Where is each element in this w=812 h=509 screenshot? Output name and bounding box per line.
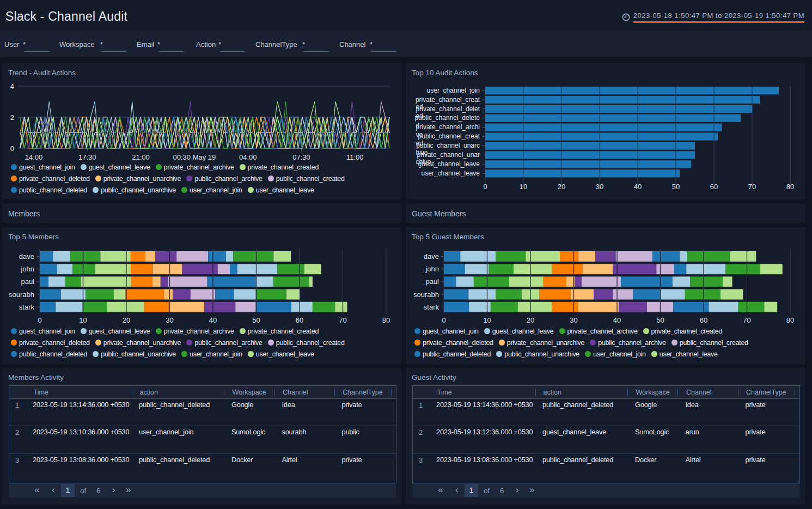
svg-text:0: 0 xyxy=(483,183,487,191)
svg-text:50: 50 xyxy=(672,183,680,191)
svg-text:70: 70 xyxy=(748,183,756,191)
svg-text:10: 10 xyxy=(79,316,87,324)
svg-text:0: 0 xyxy=(10,144,14,153)
svg-text:stark: stark xyxy=(424,303,439,311)
svg-text:user_channel_join: user_channel_join xyxy=(427,87,480,94)
svg-text:70: 70 xyxy=(743,316,750,324)
svg-text:paul: paul xyxy=(425,277,439,286)
svg-text:60: 60 xyxy=(710,183,718,191)
svg-text:11:00: 11:00 xyxy=(346,153,364,161)
svg-text:4: 4 xyxy=(10,82,14,90)
svg-text:private_channel_unar: private_channel_unar xyxy=(417,151,480,159)
svg-text:17:30: 17:30 xyxy=(78,153,96,161)
svg-text:0: 0 xyxy=(442,316,445,324)
svg-text:public_channel_unarc: public_channel_unarc xyxy=(416,142,480,149)
svg-text:30: 30 xyxy=(166,316,173,324)
svg-text:paul: paul xyxy=(21,277,34,286)
svg-text:20: 20 xyxy=(558,183,565,191)
svg-text:stark: stark xyxy=(19,303,35,311)
svg-text:30: 30 xyxy=(570,316,577,324)
svg-text:user_channel_leave: user_channel_leave xyxy=(422,169,480,177)
svg-text:private_channel_archi: private_channel_archi xyxy=(416,123,480,131)
svg-text:80: 80 xyxy=(786,316,794,324)
svg-text:04:00: 04:00 xyxy=(239,153,257,161)
svg-text:40: 40 xyxy=(613,316,621,324)
svg-text:john: john xyxy=(425,265,439,273)
svg-text:public_channel_creat: public_channel_creat xyxy=(418,132,480,140)
svg-text:21:00: 21:00 xyxy=(132,153,150,161)
svg-text:30: 30 xyxy=(596,183,603,191)
svg-text:60: 60 xyxy=(700,316,707,324)
svg-text:10: 10 xyxy=(520,183,527,191)
svg-text:80: 80 xyxy=(382,316,390,324)
svg-text:80: 80 xyxy=(786,183,794,191)
svg-text:60: 60 xyxy=(296,316,303,324)
svg-text:public_channel_delete: public_channel_delete xyxy=(415,114,480,122)
svg-text:14:00: 14:00 xyxy=(25,153,43,161)
svg-text:0: 0 xyxy=(38,316,41,324)
svg-text:20: 20 xyxy=(123,316,130,324)
svg-text:50: 50 xyxy=(252,316,260,324)
svg-text:sourabh: sourabh xyxy=(413,290,439,299)
svg-text:40: 40 xyxy=(634,183,642,191)
svg-text:07:30: 07:30 xyxy=(292,153,310,161)
svg-text:sourabh: sourabh xyxy=(9,290,34,299)
svg-text:dave: dave xyxy=(424,252,439,260)
svg-text:00:30 May 19: 00:30 May 19 xyxy=(173,153,216,161)
svg-text:50: 50 xyxy=(656,316,664,324)
svg-text:10: 10 xyxy=(483,316,491,324)
svg-text:private_channel_creat: private_channel_creat xyxy=(416,96,480,104)
svg-text:40: 40 xyxy=(209,316,217,324)
svg-text:2: 2 xyxy=(10,113,14,122)
svg-text:private_channel_delet: private_channel_delet xyxy=(416,105,480,113)
svg-text:70: 70 xyxy=(339,316,346,324)
svg-text:guest_channel_leave: guest_channel_leave xyxy=(418,160,480,168)
svg-text:dave: dave xyxy=(19,252,34,260)
svg-text:john: john xyxy=(20,265,34,273)
svg-text:20: 20 xyxy=(527,316,534,324)
